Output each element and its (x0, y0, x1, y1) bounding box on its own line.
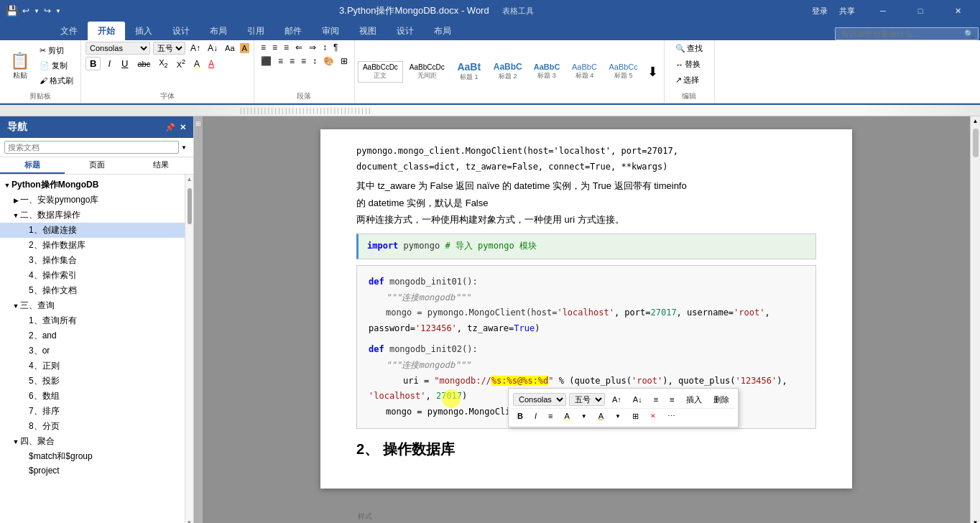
style-h3[interactable]: AaBbC标题 3 (529, 60, 565, 83)
paste-button[interactable]: 📋 粘贴 (4, 49, 35, 83)
undo-icon[interactable]: ↩ (22, 6, 29, 16)
align-center-button[interactable]: ≡ (276, 55, 285, 67)
superscript-button[interactable]: X2 (174, 57, 188, 70)
tab-insert[interactable]: 插入 (125, 22, 162, 40)
clear-format-button[interactable]: A (240, 43, 249, 53)
tree-item-15[interactable]: 7、排序 (0, 404, 185, 419)
tree-item-17[interactable]: ▼ 四、聚合 (0, 434, 185, 449)
cut-button[interactable]: ✂ 剪切 (37, 44, 76, 57)
ft-align-button[interactable]: ≡ (544, 410, 557, 422)
tree-item-13[interactable]: 5、投影 (0, 374, 185, 389)
tree-item-19[interactable]: $project (0, 464, 185, 477)
ft-bold-button[interactable]: B (513, 410, 527, 422)
nav-close-icon[interactable]: ✕ (180, 123, 186, 132)
tree-item-12[interactable]: 4、正则 (0, 358, 185, 374)
ft-more-options-button[interactable]: ⋯ (663, 410, 680, 422)
align-left-button[interactable]: ⬛ (259, 55, 274, 67)
tab-review[interactable]: 审阅 (312, 22, 349, 40)
select-button[interactable]: ↗ 选择 (672, 73, 702, 87)
redo-icon[interactable]: ↪ (44, 6, 51, 16)
tree-item-4[interactable]: 2、操作数据库 (0, 238, 185, 253)
increase-indent-button[interactable]: ⇒ (307, 42, 318, 53)
close-button[interactable]: ✕ (941, 0, 974, 22)
login-button[interactable]: 登录 (812, 6, 828, 17)
tree-item-8[interactable]: ▼ 三、查询 (0, 298, 185, 313)
ft-merge-cells-button[interactable]: ⊞ (628, 410, 643, 422)
ft-grow-font-button[interactable]: A↑ (608, 394, 626, 405)
tab-layout[interactable]: 布局 (200, 22, 237, 40)
case-button[interactable]: Aa (223, 43, 236, 53)
ft-italic-button[interactable]: I (530, 410, 541, 422)
borders-button[interactable]: ⊞ (338, 55, 350, 67)
style-h4[interactable]: AaBbC标题 4 (566, 60, 602, 83)
format-painter-button[interactable]: 🖌 格式刷 (37, 74, 76, 88)
ft-font-color-dropdown[interactable]: ▼ (577, 412, 591, 421)
nav-search-dropdown-icon[interactable]: ▼ (179, 144, 189, 151)
font-size-select[interactable]: 五号 (153, 42, 185, 55)
tab-design[interactable]: 设计 (162, 22, 200, 40)
style-h2[interactable]: AaBbC标题 2 (489, 60, 527, 83)
tab-mail[interactable]: 邮件 (274, 22, 312, 40)
ft-size-select[interactable]: 五号 (569, 393, 605, 406)
align-right-button[interactable]: ≡ (287, 55, 297, 67)
para-shading-button[interactable]: 🎨 (321, 55, 336, 67)
page-scroll-area[interactable]: pymongo.mongo_client.MongoClient(host='l… (203, 116, 970, 523)
tree-item-16[interactable]: 8、分页 (0, 419, 185, 434)
tree-item-6[interactable]: 4、操作索引 (0, 268, 185, 283)
italic-button[interactable]: I (103, 57, 115, 70)
tree-item-18[interactable]: $match和$group (0, 449, 185, 464)
shrink-font-button[interactable]: A↓ (205, 42, 220, 54)
copy-button[interactable]: 📄 复制 (37, 59, 76, 73)
nav-tab-headings[interactable]: 标题 (0, 157, 65, 174)
undo-dropdown-icon[interactable]: ▼ (34, 8, 40, 14)
style-h1[interactable]: AaBt标题 1 (451, 59, 487, 84)
tab-layout2[interactable]: 布局 (424, 22, 461, 40)
doc-scrollbar[interactable]: ▲ ▼ (970, 116, 980, 523)
ft-bullets-button[interactable]: ≡ (650, 394, 662, 405)
quick-access-more-icon[interactable]: ▼ (55, 8, 61, 14)
find-button[interactable]: 🔍 查找 (672, 42, 706, 55)
decrease-indent-button[interactable]: ⇐ (293, 42, 305, 53)
line-spacing-button[interactable]: ↕ (310, 55, 319, 67)
numbering-button[interactable]: ≡ (270, 42, 279, 53)
search-input[interactable] (835, 27, 979, 40)
ft-font-select[interactable]: Consolas (513, 393, 566, 406)
justify-button[interactable]: ≡ (299, 55, 308, 67)
ft-font-bg-dropdown[interactable]: ▼ (611, 412, 625, 421)
tree-item-5[interactable]: 3、操作集合 (0, 253, 185, 268)
ft-highlight-color-button[interactable]: A (560, 410, 573, 422)
ft-numbering-button[interactable]: ≡ (665, 394, 678, 405)
scroll-up-button[interactable]: ▲ (971, 116, 980, 126)
bold-button[interactable]: B (85, 57, 101, 70)
grow-font-button[interactable]: A↑ (188, 42, 203, 54)
save-icon[interactable]: 💾 (6, 5, 18, 17)
tree-item-3[interactable]: 1、创建连接 (0, 223, 185, 238)
tree-item-10[interactable]: 2、and (0, 328, 185, 343)
nav-pin-icon[interactable]: 📌 (165, 123, 175, 132)
multilevel-button[interactable]: ≡ (282, 42, 291, 53)
tree-item-1[interactable]: ▶ 一、安装pymongo库 (0, 193, 185, 208)
font-color-button[interactable]: A (205, 57, 217, 70)
tab-home[interactable]: 开始 (88, 22, 125, 40)
nav-search-input[interactable] (4, 141, 179, 154)
ft-font-bg-button[interactable]: A (594, 410, 608, 422)
share-button[interactable]: 共享 (839, 6, 855, 17)
minimize-button[interactable]: ─ (866, 0, 900, 22)
styles-more-button[interactable]: ⬇ (644, 63, 661, 81)
tree-item-9[interactable]: 1、查询所有 (0, 313, 185, 328)
strikethrough-button[interactable]: abc (134, 58, 153, 70)
tree-item-7[interactable]: 5、操作文档 (0, 283, 185, 298)
tree-item-2[interactable]: ▼ 二、数据库操作 (0, 208, 185, 223)
tab-design2[interactable]: 设计 (387, 22, 424, 40)
ft-shrink-font-button[interactable]: A↓ (629, 394, 647, 405)
style-normal[interactable]: AaBbCcDc正文 (358, 61, 403, 83)
underline-button[interactable]: U (118, 57, 131, 70)
sort-button[interactable]: ↕ (320, 42, 329, 53)
tab-file[interactable]: 文件 (50, 22, 88, 40)
nav-tab-results[interactable]: 结果 (129, 157, 193, 174)
tree-item-root[interactable]: ▼ Python操作MongoDB (0, 177, 185, 193)
nav-scrollbar[interactable]: ▲ ▼ (185, 175, 193, 523)
ft-table-options-button[interactable]: ✕ (646, 411, 660, 421)
scroll-down-button[interactable]: ▼ (971, 518, 980, 523)
tree-item-11[interactable]: 3、or (0, 343, 185, 358)
